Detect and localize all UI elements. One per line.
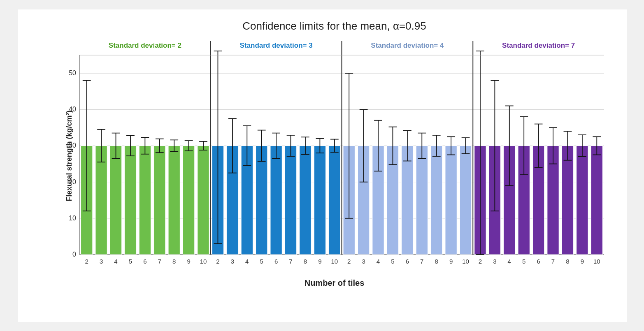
svg-rect-24 bbox=[110, 146, 121, 255]
svg-rect-39 bbox=[153, 146, 165, 255]
svg-text:5: 5 bbox=[128, 258, 132, 265]
svg-text:9: 9 bbox=[580, 258, 584, 265]
chart-container: Confidence limits for the mean, α=0.95 F… bbox=[18, 9, 627, 322]
svg-text:6: 6 bbox=[405, 258, 409, 265]
svg-text:4: 4 bbox=[507, 258, 511, 265]
svg-text:6: 6 bbox=[143, 258, 146, 265]
svg-text:3: 3 bbox=[362, 258, 365, 265]
svg-text:2: 2 bbox=[478, 258, 481, 265]
chart-title: Confidence limits for the mean, α=0.95 bbox=[55, 18, 614, 32]
svg-text:7: 7 bbox=[420, 258, 423, 265]
svg-rect-96 bbox=[314, 146, 325, 255]
svg-text:7: 7 bbox=[289, 258, 292, 265]
svg-rect-133 bbox=[416, 146, 428, 255]
y-axis-label: Flexural strength (kg/cm²) bbox=[65, 110, 74, 201]
svg-rect-148 bbox=[460, 146, 471, 255]
svg-rect-54 bbox=[197, 146, 209, 255]
svg-text:5: 5 bbox=[522, 258, 525, 265]
svg-rect-143 bbox=[445, 146, 456, 255]
svg-rect-76 bbox=[256, 146, 267, 255]
svg-rect-81 bbox=[270, 146, 281, 255]
svg-text:10: 10 bbox=[593, 258, 600, 265]
svg-text:9: 9 bbox=[187, 258, 190, 265]
chart-svg: 01020304050Standard deviation= 223456789… bbox=[55, 37, 614, 275]
chart-area: Flexural strength (kg/cm²) 01020304050St… bbox=[55, 37, 614, 275]
svg-text:4: 4 bbox=[114, 258, 117, 265]
svg-rect-86 bbox=[285, 146, 296, 255]
svg-text:3: 3 bbox=[99, 258, 102, 265]
svg-text:3: 3 bbox=[493, 258, 496, 265]
svg-rect-138 bbox=[430, 146, 442, 255]
svg-rect-101 bbox=[328, 146, 340, 255]
svg-text:9: 9 bbox=[318, 258, 321, 265]
svg-text:Standard deviation= 2: Standard deviation= 2 bbox=[108, 42, 181, 49]
svg-text:Standard deviation= 3: Standard deviation= 3 bbox=[239, 42, 312, 49]
svg-text:10: 10 bbox=[331, 258, 338, 265]
svg-text:8: 8 bbox=[435, 258, 438, 265]
x-axis-label: Number of tiles bbox=[55, 278, 614, 288]
svg-text:7: 7 bbox=[158, 258, 161, 265]
svg-text:6: 6 bbox=[537, 258, 540, 265]
svg-text:8: 8 bbox=[566, 258, 569, 265]
svg-text:6: 6 bbox=[274, 258, 277, 265]
svg-text:2: 2 bbox=[216, 258, 219, 265]
svg-rect-91 bbox=[299, 146, 311, 255]
svg-text:Standard deviation= 4: Standard deviation= 4 bbox=[371, 42, 444, 49]
svg-rect-34 bbox=[139, 146, 151, 255]
svg-text:10: 10 bbox=[200, 258, 207, 265]
svg-text:Standard deviation= 7: Standard deviation= 7 bbox=[502, 42, 575, 49]
svg-text:10: 10 bbox=[462, 258, 469, 265]
svg-rect-128 bbox=[401, 146, 413, 255]
svg-text:3: 3 bbox=[230, 258, 234, 265]
svg-text:4: 4 bbox=[376, 258, 379, 265]
svg-text:50: 50 bbox=[69, 69, 76, 76]
svg-text:7: 7 bbox=[551, 258, 554, 265]
svg-rect-44 bbox=[168, 146, 180, 255]
svg-rect-49 bbox=[183, 146, 194, 255]
svg-rect-195 bbox=[591, 146, 602, 255]
svg-rect-190 bbox=[576, 146, 588, 255]
svg-text:8: 8 bbox=[303, 258, 307, 265]
svg-text:0: 0 bbox=[72, 251, 76, 258]
svg-text:5: 5 bbox=[260, 258, 263, 265]
svg-text:2: 2 bbox=[347, 258, 351, 265]
svg-text:8: 8 bbox=[172, 258, 176, 265]
svg-rect-185 bbox=[562, 146, 573, 255]
svg-text:10: 10 bbox=[69, 214, 76, 221]
svg-text:2: 2 bbox=[85, 258, 88, 265]
svg-rect-29 bbox=[124, 146, 136, 255]
svg-text:4: 4 bbox=[245, 258, 249, 265]
svg-text:9: 9 bbox=[449, 258, 452, 265]
svg-text:5: 5 bbox=[391, 258, 394, 265]
